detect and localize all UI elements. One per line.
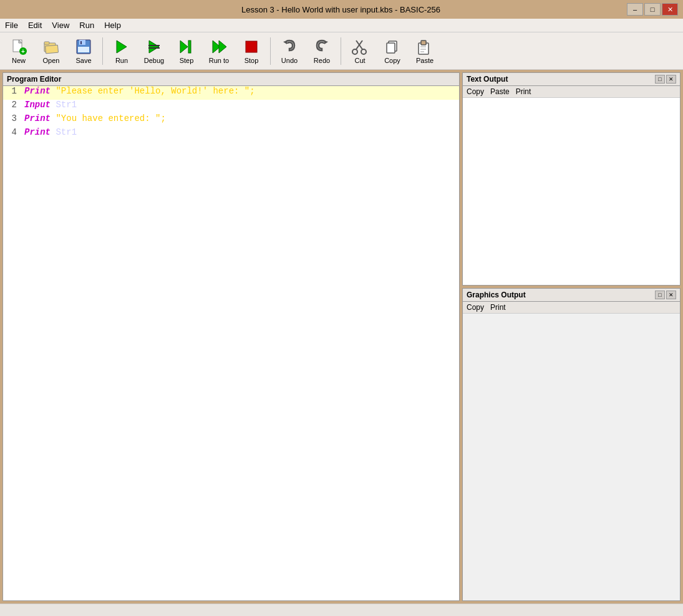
menu-file[interactable]: File [0, 19, 23, 31]
redo-button[interactable]: Redo [307, 35, 337, 67]
undo-label: Undo [281, 57, 298, 64]
copy-label: Copy [384, 57, 400, 64]
svg-point-24 [352, 49, 357, 54]
undo-icon [281, 38, 298, 55]
line-number-3: 3 [3, 113, 22, 123]
svg-rect-16 [188, 41, 191, 53]
stop-button[interactable]: Stop [236, 35, 266, 67]
svg-rect-6 [46, 45, 59, 54]
code-text-4: Print Str1 [22, 127, 459, 137]
toolbar-sep-1 [102, 37, 103, 65]
text-copy-btn[interactable]: Copy [467, 87, 484, 96]
svg-marker-21 [324, 41, 328, 44]
line-number-4: 4 [3, 127, 22, 137]
menu-help[interactable]: Help [99, 19, 126, 31]
svg-marker-12 [149, 41, 159, 53]
code-line-2: 2 Input Str1 [3, 100, 459, 113]
toolbar-sep-2 [270, 37, 271, 65]
paste-button[interactable]: Paste [410, 35, 440, 67]
graphics-output-title: Graphics Output [467, 291, 526, 299]
svg-marker-20 [283, 41, 287, 44]
stop-icon [243, 38, 260, 55]
text-output-menu: Copy Paste Print [463, 86, 680, 98]
editor-content[interactable]: 1 Print "Please enter 'Hello, World!' he… [3, 86, 459, 600]
save-button[interactable]: Save [69, 35, 99, 67]
svg-rect-9 [78, 47, 89, 52]
copy-icon [384, 38, 401, 55]
title-controls: – □ ✕ [627, 3, 678, 16]
graphics-output-panel: Graphics Output □ ✕ Copy Print [462, 288, 681, 601]
text-print-btn[interactable]: Print [516, 87, 531, 96]
stop-label: Stop [245, 57, 259, 64]
svg-rect-29 [421, 41, 426, 45]
graphics-output-close[interactable]: ✕ [666, 291, 676, 299]
status-bar [0, 604, 683, 616]
svg-point-25 [361, 49, 366, 54]
cut-icon [351, 38, 369, 55]
right-panel: Text Output □ ✕ Copy Paste Print Graphic… [462, 72, 681, 601]
code-text-2: Input Str1 [22, 100, 459, 110]
code-line-3: 3 Print "You have entered: "; [3, 113, 459, 127]
undo-button[interactable]: Undo [274, 35, 304, 67]
menu-edit[interactable]: Edit [23, 19, 47, 31]
svg-rect-10 [80, 41, 82, 44]
text-output-panel: Text Output □ ✕ Copy Paste Print [462, 72, 681, 286]
debug-icon [145, 38, 163, 55]
runto-button[interactable]: Run to [204, 35, 234, 67]
menu-run[interactable]: Run [74, 19, 99, 31]
runto-label: Run to [209, 57, 229, 64]
code-text-1: Print "Please enter 'Hello, World!' here… [22, 86, 459, 96]
debug-label: Debug [144, 57, 164, 64]
save-label: Save [75, 57, 91, 64]
maximize-button[interactable]: □ [644, 3, 661, 16]
graphics-output-content [463, 314, 680, 600]
runto-icon [210, 38, 228, 55]
run-label: Run [115, 57, 128, 64]
paste-icon [416, 38, 434, 55]
menu-bar: File Edit View Run Help [0, 19, 683, 32]
new-icon: + [10, 38, 27, 55]
paste-label: Paste [416, 57, 434, 64]
svg-rect-19 [246, 41, 257, 52]
text-paste-btn[interactable]: Paste [490, 87, 510, 96]
svg-rect-27 [387, 43, 395, 53]
close-button[interactable]: ✕ [662, 3, 678, 16]
line-number-2: 2 [3, 100, 22, 110]
editor-title: Program Editor [3, 73, 459, 86]
svg-marker-18 [219, 41, 226, 53]
code-text-3: Print "You have entered: "; [22, 113, 459, 123]
title-bar: Lesson 3 - Hello World with user input.k… [0, 0, 683, 19]
text-output-title: Text Output [467, 75, 508, 84]
svg-rect-8 [79, 40, 85, 45]
open-label: Open [43, 57, 60, 64]
text-output-content [463, 98, 680, 285]
svg-text:+: + [21, 48, 25, 55]
cut-button[interactable]: Cut [345, 35, 375, 67]
open-button[interactable]: Open [36, 35, 66, 67]
text-output-maximize[interactable]: □ [655, 75, 665, 84]
menu-view[interactable]: View [47, 19, 74, 31]
step-icon [178, 38, 195, 55]
svg-rect-5 [44, 42, 49, 44]
redo-label: Redo [314, 57, 330, 64]
toolbar-sep-3 [341, 37, 341, 65]
open-icon [42, 38, 60, 55]
minimize-button[interactable]: – [627, 3, 643, 16]
text-output-title-bar: Text Output □ ✕ [463, 73, 680, 86]
editor-panel: Program Editor 1 Print "Please enter 'He… [2, 72, 460, 601]
code-line-4: 4 Print Str1 [3, 127, 459, 141]
graphics-output-maximize[interactable]: □ [655, 291, 665, 299]
run-button[interactable]: Run [107, 35, 137, 67]
copy-button[interactable]: Copy [377, 35, 407, 67]
code-line-1: 1 Print "Please enter 'Hello, World!' he… [3, 86, 459, 100]
debug-button[interactable]: Debug [139, 35, 169, 67]
window-title: Lesson 3 - Hello World with user input.k… [55, 5, 627, 14]
graphics-copy-btn[interactable]: Copy [467, 303, 484, 312]
new-button[interactable]: + New [4, 35, 34, 67]
svg-marker-11 [117, 41, 127, 53]
cut-label: Cut [354, 57, 365, 64]
graphics-print-btn[interactable]: Print [490, 303, 506, 312]
line-number-1: 1 [3, 86, 22, 96]
text-output-close[interactable]: ✕ [666, 75, 676, 84]
step-button[interactable]: Step [172, 35, 201, 67]
